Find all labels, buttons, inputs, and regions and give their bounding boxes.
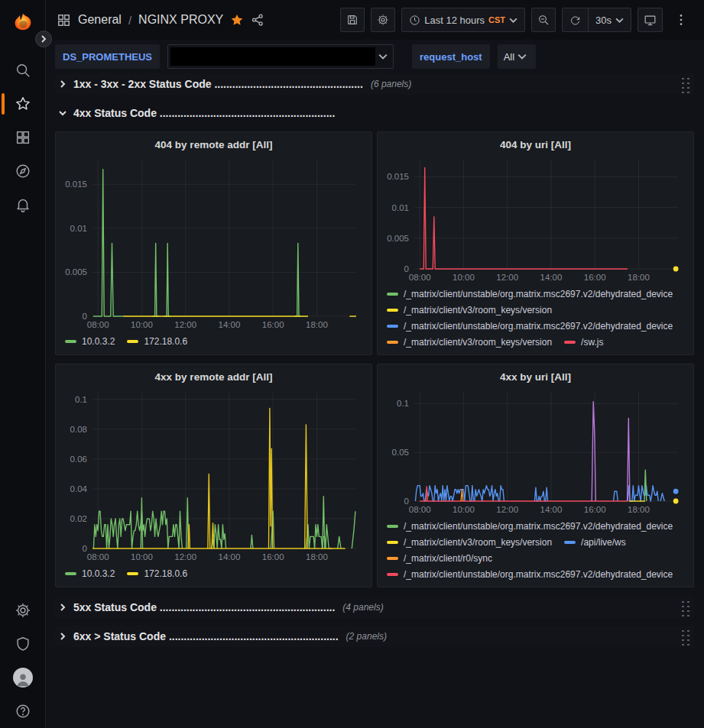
- dashboards-icon[interactable]: [0, 121, 46, 154]
- legend-item[interactable]: 172.18.0.6: [127, 565, 187, 581]
- legend-label: 172.18.0.6: [144, 336, 187, 347]
- legend-label: /_matrix/client/unstable/org.matrix.msc2…: [404, 321, 673, 332]
- row-drag-handle[interactable]: [680, 627, 691, 645]
- panel-plot-area[interactable]: 08:0010:0012:0014:0016:0018:0000.0050.01…: [60, 154, 367, 332]
- x-axis-label: 10:00: [453, 273, 475, 282]
- cycle-view-mode-button[interactable]: [637, 8, 663, 32]
- panel-title[interactable]: 4xx by uri [All]: [382, 367, 689, 386]
- row-drag-handle[interactable]: [680, 598, 691, 616]
- legend-item[interactable]: /_matrix/client/unstable/org.matrix.msc2…: [387, 318, 673, 334]
- chart-svg[interactable]: 08:0010:0012:0014:0016:0018:0000.020.040…: [60, 386, 367, 564]
- favorite-star-icon[interactable]: [230, 13, 244, 27]
- help-icon[interactable]: [0, 694, 46, 728]
- search-icon[interactable]: [0, 53, 46, 87]
- series-line: [420, 167, 628, 269]
- legend-label: /api/live/ws: [581, 537, 626, 548]
- legend-swatch: [387, 309, 398, 312]
- chevron-right-icon: [57, 633, 69, 640]
- alerting-bell-icon[interactable]: [0, 188, 46, 222]
- legend-item[interactable]: /_matrix/client/v3/room_keys/version: [387, 334, 552, 350]
- legend-item[interactable]: /_matrix/client/v3/room_keys/version: [387, 534, 552, 550]
- row-title: 4xx Status Code: [73, 107, 157, 119]
- panel-title[interactable]: 404 by remote addr [All]: [60, 135, 367, 154]
- row-panel-count: (6 panels): [371, 79, 411, 89]
- legend-item[interactable]: /_matrix/client/v3/room_keys/version: [387, 302, 552, 318]
- row-1xx-3xx-2xx[interactable]: 1xx - 3xx - 2xx Status Code ............…: [55, 73, 694, 95]
- legend-swatch: [387, 325, 398, 328]
- configuration-gear-icon[interactable]: [0, 594, 46, 627]
- y-axis-label: 0.015: [65, 180, 87, 189]
- zoom-out-time-button[interactable]: [531, 8, 556, 32]
- row-5xx[interactable]: 5xx Status Code ........................…: [55, 597, 694, 618]
- legend-swatch: [564, 341, 576, 344]
- legend-item[interactable]: 10.0.3.2: [65, 333, 115, 349]
- panel-title[interactable]: 4xx by remote addr [All]: [60, 367, 367, 386]
- chart-svg[interactable]: 08:0010:0012:0014:0016:0018:0000.0050.01…: [382, 154, 689, 284]
- y-axis-label: 0.1: [397, 399, 409, 408]
- refresh-interval-picker[interactable]: 30s: [588, 8, 631, 31]
- server-admin-shield-icon[interactable]: [0, 627, 46, 661]
- refresh-interval-label: 30s: [595, 15, 612, 26]
- dashboard-settings-button[interactable]: [371, 8, 395, 32]
- y-axis-label: 0: [404, 264, 409, 273]
- series-line: [251, 535, 253, 548]
- panel-legend: /_matrix/client/unstable/org.matrix.msc2…: [382, 516, 689, 584]
- datasource-variable-value: [170, 47, 375, 66]
- panels-grid: 404 by remote addr [All]08:0010:0012:001…: [55, 131, 694, 587]
- panel-plot-area[interactable]: 08:0010:0012:0014:0016:0018:0000.020.040…: [60, 386, 367, 564]
- legend-item[interactable]: 10.0.3.2: [65, 565, 115, 581]
- legend-item[interactable]: /api/live/ws: [564, 534, 626, 550]
- x-axis-label: 18:00: [306, 320, 328, 329]
- x-axis-label: 14:00: [219, 320, 241, 329]
- legend-item[interactable]: /_matrix/client/unstable/org.matrix.msc2…: [387, 286, 673, 302]
- legend-label: /_matrix/client/unstable/org.matrix.msc2…: [404, 289, 673, 299]
- request-host-variable-select[interactable]: All: [498, 44, 536, 69]
- datasource-variable-label[interactable]: DS_PROMETHEUS: [55, 44, 160, 69]
- panel-plot-area[interactable]: 08:0010:0012:0014:0016:0018:0000.050.1: [382, 386, 689, 516]
- user-avatar[interactable]: [0, 661, 46, 694]
- series-line: [614, 491, 618, 501]
- x-axis-label: 16:00: [584, 505, 606, 514]
- y-axis-label: 0: [83, 544, 87, 553]
- sidebar-expand-button[interactable]: [35, 31, 52, 47]
- row-dots: ........................................…: [166, 630, 339, 642]
- time-range-picker[interactable]: Last 12 hours CST: [402, 8, 524, 31]
- share-icon[interactable]: [251, 13, 264, 27]
- legend-label: /_matrix/client/unstable/org.matrix.msc2…: [404, 521, 673, 532]
- row-6xx[interactable]: 6xx > Status Code ......................…: [55, 626, 694, 647]
- save-dashboard-button[interactable]: [340, 8, 365, 32]
- legend-item[interactable]: /_matrix/client/r0/sync: [387, 550, 492, 566]
- legend-item[interactable]: /sw.js: [564, 334, 603, 350]
- dashboard-header: General / NGINX PROXY Last 12 hours CST: [46, 0, 704, 40]
- more-options-kebab-button[interactable]: [669, 8, 693, 32]
- explore-compass-icon[interactable]: [0, 154, 46, 188]
- legend-label: /sw.js: [581, 337, 603, 348]
- legend-label: /_matrix/client/v3/room_keys/version: [404, 537, 552, 548]
- series-line: [305, 425, 308, 548]
- panel-title[interactable]: 404 by uri [All]: [382, 135, 689, 154]
- panel: 4xx by remote addr [All]08:0010:0012:001…: [55, 364, 372, 587]
- legend-swatch: [65, 572, 76, 575]
- chart-svg[interactable]: 08:0010:0012:0014:0016:0018:0000.0050.01…: [60, 154, 367, 332]
- panel-plot-area[interactable]: 08:0010:0012:0014:0016:0018:0000.0050.01…: [382, 154, 689, 284]
- series-line: [208, 474, 210, 548]
- row-drag-handle[interactable]: [680, 75, 691, 93]
- refresh-button[interactable]: [563, 8, 588, 31]
- chart-svg[interactable]: 08:0010:0012:0014:0016:0018:0000.050.1: [382, 386, 689, 516]
- datasource-variable-select[interactable]: [167, 44, 394, 69]
- legend-swatch: [65, 340, 76, 343]
- legend-item[interactable]: /_matrix/client/unstable/org.matrix.msc2…: [387, 518, 673, 534]
- row-4xx[interactable]: 4xx Status Code ........................…: [55, 102, 694, 124]
- legend-item[interactable]: /_matrix/client/unstable/org.matrix.msc2…: [387, 566, 673, 582]
- legend-label: /_matrix/client/v3/room_keys/version: [404, 305, 552, 315]
- breadcrumb-folder[interactable]: General: [78, 13, 122, 27]
- series-line: [426, 487, 427, 501]
- starred-dashboards-icon[interactable]: [0, 87, 46, 121]
- legend-label: 10.0.3.2: [82, 336, 115, 347]
- request-host-variable-label[interactable]: request_host: [412, 44, 490, 69]
- legend-swatch: [387, 341, 398, 344]
- legend-item[interactable]: 172.18.0.6: [127, 333, 187, 349]
- series-line: [305, 525, 333, 548]
- time-range-group: Last 12 hours CST: [401, 8, 525, 32]
- series-line: [212, 523, 214, 548]
